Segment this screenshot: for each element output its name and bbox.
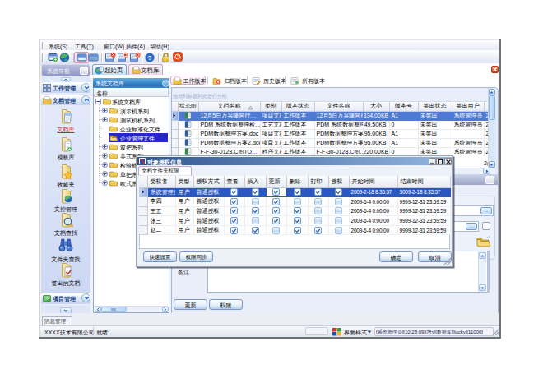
svg-text:?: ? <box>148 54 152 62</box>
